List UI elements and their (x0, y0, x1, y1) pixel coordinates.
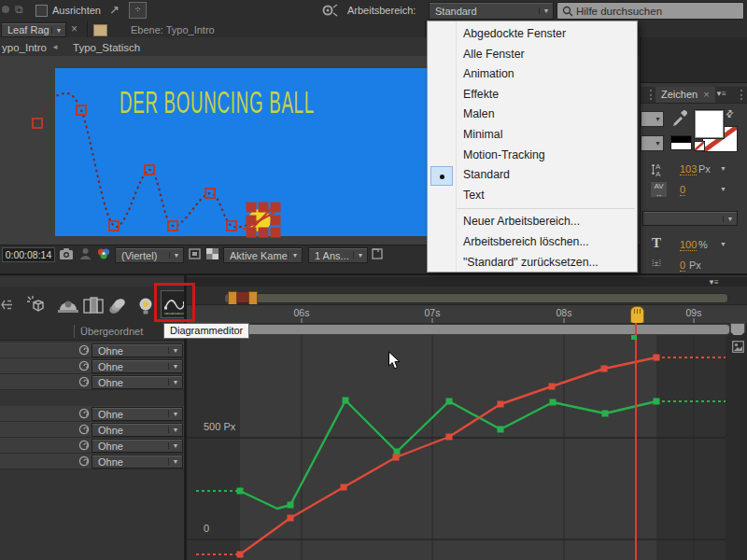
pickwhip-icon[interactable] (78, 360, 90, 371)
navigator-bar[interactable] (224, 293, 728, 303)
parent-dropdown[interactable]: Ohne▼ (92, 423, 183, 437)
font-family-dropdown[interactable]: ▼ (641, 111, 664, 127)
menu-item-effekte[interactable]: Effekte (428, 85, 637, 105)
comp-tab-partial[interactable]: ypo_Intro (2, 42, 47, 53)
menu-item-motion-tracking[interactable]: Motion-Tracking (428, 146, 637, 166)
pickwhip-icon[interactable] (78, 440, 90, 451)
red-keyframe[interactable] (654, 355, 660, 361)
tab-zeichen-close[interactable]: × (703, 89, 709, 100)
green-keyframe[interactable] (446, 399, 453, 405)
red-keyframe[interactable] (498, 401, 504, 408)
chevron-down-icon[interactable]: ▼ (720, 165, 726, 172)
comp-tab-statisch[interactable]: Typo_Statisch (73, 42, 140, 53)
panel-menu-icon[interactable]: ▼≡ (715, 90, 726, 98)
views-dropdown[interactable]: 1 Ans... ▼ (308, 247, 368, 263)
parent-dropdown[interactable]: Ohne▼ (92, 375, 183, 389)
graph-editor-area[interactable] (187, 335, 747, 560)
selection-handle[interactable] (271, 228, 281, 238)
baseline-value[interactable]: 0 (680, 259, 685, 272)
character-extra-dropdown[interactable]: ▼ (642, 211, 738, 226)
timecode-display[interactable]: 0:00:08:14 (2, 247, 55, 262)
layer-row[interactable]: Ohne▼ (0, 406, 184, 422)
snap-icon[interactable]: ⧉ (15, 3, 23, 16)
chevron-down-icon[interactable]: ▼ (720, 186, 726, 192)
green-keyframe[interactable] (288, 502, 294, 509)
leading-value[interactable]: 103 (680, 163, 697, 175)
selection-handle[interactable] (271, 203, 281, 213)
motion-path-keyframe[interactable] (227, 221, 236, 231)
layer-row[interactable]: Ohne▼ (0, 343, 184, 358)
green-keyframe[interactable] (550, 399, 557, 406)
default-colors-swatch[interactable] (670, 135, 692, 150)
align-checkbox[interactable] (35, 5, 48, 17)
motion-blur-icon[interactable] (107, 297, 126, 315)
red-keyframe[interactable] (341, 484, 347, 491)
shy-layers-icon[interactable] (58, 299, 78, 315)
help-search-input[interactable] (574, 5, 743, 18)
green-keyframe[interactable] (394, 449, 401, 455)
menu-item-animation[interactable]: Animation (428, 64, 637, 85)
tool-dot-icon[interactable] (2, 6, 9, 13)
menu-item-minimal[interactable]: Minimal (428, 125, 637, 146)
red-keyframe[interactable] (446, 434, 453, 441)
draft-3d-icon[interactable] (26, 295, 46, 315)
tab-scroll-arrow[interactable]: ◄ (51, 43, 59, 51)
layer-row[interactable]: Ohne▼ (0, 358, 184, 374)
layer-row[interactable]: Ohne▼ (0, 454, 184, 469)
menu-item-malen[interactable]: Malen (428, 105, 637, 125)
menu-item-text[interactable]: Text (428, 186, 637, 206)
selection-handle[interactable] (271, 216, 281, 226)
selection-handle[interactable] (247, 228, 257, 238)
pickwhip-icon[interactable] (78, 408, 90, 419)
navigator-handle-right[interactable] (248, 291, 258, 305)
green-keyframe[interactable] (498, 427, 504, 433)
selection-handle[interactable] (259, 228, 269, 238)
parent-dropdown[interactable]: Ohne▼ (92, 359, 183, 373)
footage-tab-dropdown[interactable]: Leaf Rag ▼ (1, 22, 66, 37)
time-ruler[interactable]: 06s 07s 08s 09s (187, 304, 747, 324)
kerning-value[interactable]: 0 (680, 184, 685, 196)
parent-dropdown[interactable]: Ohne▼ (92, 439, 183, 453)
pickwhip-icon[interactable] (78, 344, 90, 356)
navigator-handle-left[interactable] (228, 291, 237, 305)
red-keyframe[interactable] (601, 366, 608, 372)
fill-color-swatch[interactable] (694, 109, 725, 139)
menu-item-standard[interactable]: Standard (428, 165, 637, 186)
chevron-down-icon[interactable]: ▼ (720, 241, 726, 247)
transparency-grid-icon[interactable] (205, 247, 219, 260)
swap-fill-stroke-icon[interactable]: ⇄ (723, 107, 736, 120)
panel-edge-grip[interactable] (740, 90, 745, 100)
panel-grip[interactable] (650, 90, 655, 100)
layer-row[interactable]: Ohne▼ (0, 438, 184, 454)
parent-dropdown[interactable]: Ohne▼ (92, 343, 183, 357)
parent-dropdown[interactable]: Ohne▼ (92, 455, 183, 469)
green-keyframe[interactable] (602, 411, 609, 417)
region-of-interest-button[interactable]: ⁘ (129, 2, 147, 19)
menu-item-alle-fenster[interactable]: Alle Fenster (428, 45, 637, 65)
selection-handle[interactable] (247, 203, 257, 213)
pickwhip-icon[interactable] (78, 376, 90, 387)
resolution-dropdown[interactable]: (Viertel) ▼ (115, 247, 184, 263)
brainstorm-icon[interactable] (134, 296, 156, 317)
menu-item-neuer-arbeitsbereich[interactable]: Neuer Arbeitsbereich... (428, 212, 637, 232)
green-keyframe[interactable] (343, 398, 349, 404)
red-keyframe[interactable] (288, 515, 294, 522)
selection-handle[interactable] (259, 203, 269, 213)
no-color-swatch[interactable] (694, 141, 705, 151)
pickwhip-icon[interactable] (78, 424, 90, 435)
menu-item-abgedockte-fenster[interactable]: Abgedockte Fenster (428, 24, 637, 45)
menu-item-arbeitsbereich-loeschen[interactable]: Arbeitsbereich löschen... (428, 232, 637, 253)
show-snapshot-icon[interactable] (78, 247, 92, 260)
pixel-aspect-icon[interactable] (372, 247, 383, 260)
pickwhip-icon[interactable] (78, 455, 90, 467)
layer-tab[interactable]: Ebene: Typo_Intro (131, 24, 215, 35)
comp-button-icon[interactable] (0, 298, 14, 312)
show-channels-icon[interactable] (96, 247, 111, 260)
pickwhip-arrow-icon[interactable]: ↗ (109, 3, 120, 17)
parent-dropdown[interactable]: Ohne▼ (92, 407, 183, 421)
footage-tab-close[interactable]: × (71, 22, 78, 35)
scale-value[interactable]: 100 (680, 239, 697, 251)
menu-item-standard-zuruecksetzen[interactable]: "Standard" zurücksetzen... (428, 253, 637, 273)
parent-header-label[interactable]: Übergeordnet (80, 326, 143, 337)
workspace-dropdown[interactable]: Standard ▼ (429, 2, 554, 20)
